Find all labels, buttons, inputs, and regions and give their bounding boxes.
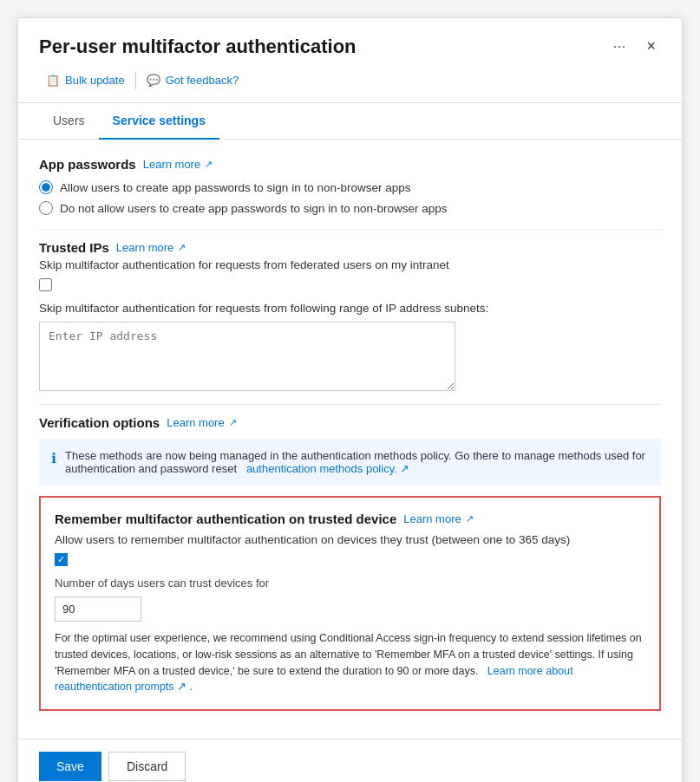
app-passwords-section: App passwords Learn more ↗ Allow users t… [39, 157, 661, 215]
trusted-ips-section: Trusted IPs Learn more ↗ Skip multifacto… [39, 240, 661, 394]
toolbar: 📋 Bulk update 💬 Got feedback? [18, 58, 682, 103]
skip-federated-label: Skip multifactor authentication for requ… [39, 258, 661, 271]
app-passwords-learn-more[interactable]: Learn more ↗ [143, 158, 213, 171]
bulk-update-icon: 📋 [46, 74, 60, 87]
trusted-ips-title: Trusted IPs Learn more ↗ [39, 240, 661, 255]
app-passwords-title: App passwords Learn more ↗ [39, 157, 661, 172]
dialog-footer: Save Discard [18, 739, 682, 782]
verification-info-box: ℹ These methods are now being managed in… [39, 439, 661, 485]
remember-mfa-note: For the optimal user experience, we reco… [55, 630, 645, 695]
auth-methods-policy-link[interactable]: authentication methods policy. ↗ [243, 462, 409, 475]
days-input[interactable] [55, 596, 141, 622]
trusted-ips-learn-more[interactable]: Learn more ↗ [116, 241, 186, 254]
dialog-title: Per-user multifactor authentication [39, 36, 607, 58]
app-passwords-external-icon: ↗ [205, 159, 213, 170]
discard-button[interactable]: Discard [108, 752, 186, 781]
tab-users[interactable]: Users [39, 103, 99, 140]
remember-mfa-section: Remember multifactor authentication on t… [39, 496, 661, 711]
separator-2 [39, 404, 661, 405]
toolbar-divider [135, 72, 136, 89]
allow-app-passwords-option[interactable]: Allow users to create app passwords to s… [39, 180, 661, 194]
header-actions: ··· × [607, 36, 661, 57]
verification-options-section: Verification options Learn more ↗ ℹ Thes… [39, 415, 661, 485]
allow-app-passwords-radio[interactable] [39, 180, 53, 194]
got-feedback-label: Got feedback? [166, 74, 239, 87]
dialog-header: Per-user multifactor authentication ··· … [18, 18, 682, 58]
remember-mfa-title: Remember multifactor authentication on t… [55, 512, 645, 526]
skip-federated-checkbox[interactable] [39, 278, 52, 291]
close-icon[interactable]: × [641, 36, 661, 57]
got-feedback-icon: 💬 [147, 74, 160, 87]
verification-info-text: These methods are now being managed in t… [65, 449, 649, 475]
bulk-update-label: Bulk update [65, 74, 125, 87]
days-label: Number of days users can trust devices f… [55, 577, 645, 590]
auth-methods-external-icon: ↗ [400, 462, 409, 475]
remember-mfa-checkbox-item[interactable]: ✓ [55, 553, 645, 566]
remember-mfa-allow-label: Allow users to remember multifactor auth… [55, 533, 645, 546]
remember-mfa-checkbox[interactable]: ✓ [55, 553, 68, 566]
separator-1 [39, 229, 661, 230]
content: App passwords Learn more ↗ Allow users t… [18, 140, 682, 739]
verification-options-title: Verification options Learn more ↗ [39, 415, 661, 430]
app-passwords-radio-group: Allow users to create app passwords to s… [39, 180, 661, 215]
trusted-ips-external-icon: ↗ [178, 242, 186, 253]
tab-service-settings[interactable]: Service settings [99, 103, 219, 140]
remember-mfa-learn-more[interactable]: Learn more ↗ [403, 512, 473, 525]
got-feedback-button[interactable]: 💬 Got feedback? [140, 70, 246, 90]
bulk-update-button[interactable]: 📋 Bulk update [39, 70, 132, 90]
tabs: Users Service settings [18, 103, 682, 140]
deny-app-passwords-option[interactable]: Do not allow users to create app passwor… [39, 201, 661, 215]
reauthentication-external-icon: ↗ [177, 681, 186, 693]
skip-range-label: Skip multifactor authentication for requ… [39, 302, 661, 315]
ip-address-input[interactable] [39, 322, 455, 391]
info-icon: ℹ [51, 450, 56, 466]
verification-options-external-icon: ↗ [229, 417, 237, 428]
more-icon[interactable]: ··· [607, 36, 631, 57]
deny-app-passwords-radio[interactable] [39, 201, 53, 215]
save-button[interactable]: Save [39, 752, 101, 781]
remember-mfa-external-icon: ↗ [466, 513, 474, 525]
dialog: Per-user multifactor authentication ··· … [17, 17, 683, 782]
skip-federated-checkbox-item[interactable] [39, 278, 661, 291]
verification-options-learn-more[interactable]: Learn more ↗ [167, 416, 236, 429]
